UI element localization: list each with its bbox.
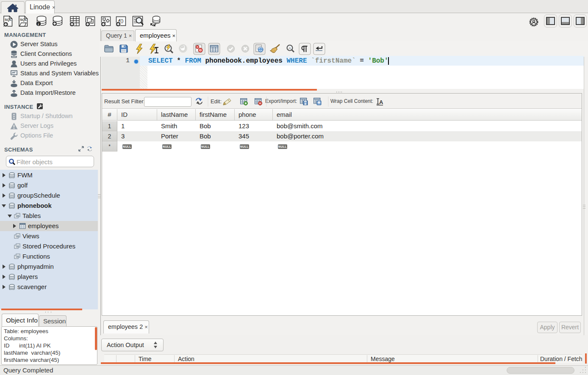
svg-text:A: A <box>379 99 383 105</box>
svg-text:A: A <box>288 46 291 50</box>
svg-text:(): () <box>120 18 123 23</box>
